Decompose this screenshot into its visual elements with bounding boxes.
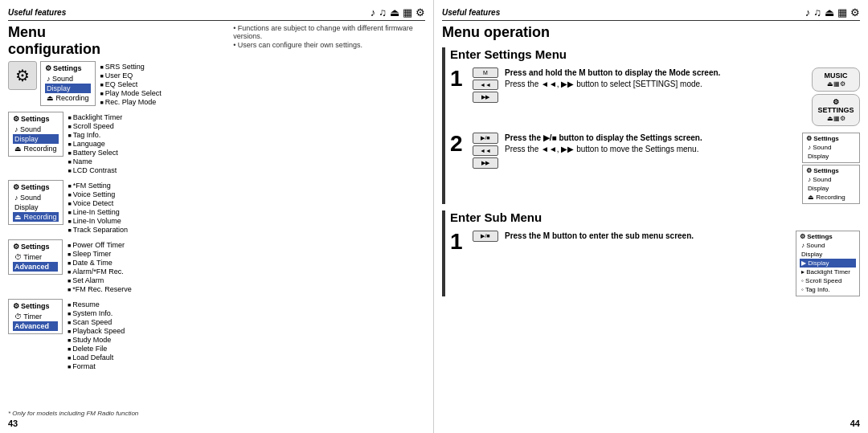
btn-prev[interactable]: ◄◄ (473, 80, 498, 90)
bullet-alarm: Alarm/*FM Rec. (68, 268, 132, 276)
btn-next-2[interactable]: ▶▶ (473, 157, 498, 169)
settings-header-1: ⚙ Settings (45, 64, 91, 72)
bullet-sleep: Sleep Timer (68, 250, 132, 258)
step-2-text: Press the ▶/■ button to display the Sett… (505, 133, 797, 155)
enter-sub-border: Enter Sub Menu 1 ▶/■ Press the M button … (442, 210, 860, 296)
menu-item-display-1: Display (45, 84, 91, 93)
mini-hdr-b: ⚙ Settings (806, 167, 856, 174)
menu-item-timer-4: ⏱ Timer (13, 252, 58, 262)
mini-recording-b: ⏏ Recording (806, 193, 856, 202)
settings-group-5: ⚙ Settings ⏱ Timer Advanced Resume Syste… (8, 299, 425, 371)
left-useful-bar: Useful features ♪ ♫ ⏏ ▦ ⚙ (8, 6, 425, 21)
sub-step-1-text: Press the M button to enter the sub menu… (505, 231, 791, 242)
menu-item-advanced-5: Advanced (13, 321, 58, 331)
bullet-track: Track Separation (68, 226, 128, 234)
step-1-buttons: M ◄◄ ▶▶ (473, 67, 498, 103)
sub-step-1-bold: Press the M button to enter the sub menu… (505, 231, 694, 240)
r-music-icon-2: ♫ (813, 6, 821, 18)
bullet-usereq: User EQ (100, 71, 162, 80)
left-title-row: Menu configuration Functions are subject… (8, 24, 425, 58)
btn-next[interactable]: ▶▶ (473, 92, 498, 103)
settings-box-1: ⚙ Settings ♪ Sound Display ⏏ Recording (40, 61, 96, 106)
music-icon-2: ♫ (379, 6, 387, 18)
mini-sound-sub: ♪ Sound (800, 241, 856, 250)
btn-prev-2[interactable]: ◄◄ (473, 145, 498, 156)
step-1-bold: Press and hold the M button to display t… (505, 68, 720, 77)
bullet-study: Study Mode (68, 336, 125, 344)
bullet-load: Load Default (68, 353, 125, 362)
enter-sub-section: Enter Sub Menu 1 ▶/■ Press the M button … (442, 210, 860, 296)
menu-item-advanced-4: Advanced (13, 262, 58, 272)
bullet-list-3: *FM Setting Voice Setting Voice Detect L… (68, 180, 128, 235)
step-2-row: 2 ▶/■ ◄◄ ▶▶ Press the ▶/■ button to disp… (450, 133, 860, 204)
btn-play-pause[interactable]: ▶/■ (473, 133, 498, 144)
mini-hdr-a: ⚙ Settings (806, 135, 856, 142)
menu-item-sound-1: ♪ Sound (45, 74, 91, 84)
bullet-backlight: Backlight Timer (68, 113, 123, 121)
r-music-icon-1: ♪ (805, 6, 811, 18)
right-page: Useful features ♪ ♫ ⏏ ▦ ⚙ Menu operation… (434, 0, 868, 433)
bullet-eqsel: EQ Select (100, 80, 162, 88)
grid-icon: ▦ (403, 6, 412, 18)
step-1-normal: Press the ◄◄, ▶▶ button to select [SETTI… (505, 80, 702, 88)
bullet-poweroff: Power Off Timer (68, 241, 132, 249)
sub-step-1-num: 1 (450, 231, 466, 253)
sub-step-1-buttons: ▶/■ (473, 231, 498, 242)
bullet-list-1: SRS Setting User EQ EQ Select Play Mode … (100, 61, 162, 107)
bullet-list-2: Backlight Timer Scroll Speed Tag Info. L… (68, 112, 123, 175)
bullet-battery: Battery Select (68, 149, 123, 157)
settings-box-2: ⚙ Settings ♪ Sound Display ⏏ Recording (8, 112, 63, 157)
menu-item-sound-3: ♪ Sound (13, 193, 59, 202)
mini-display-sel: ▶ Display (800, 259, 856, 268)
bullet-linein: Line-In Setting (68, 208, 128, 216)
bullet-tag: Tag Info. (68, 131, 123, 139)
step-2-normal: Press the ◄◄, ▶▶ button to move the Sett… (505, 145, 698, 153)
bullet-srs: SRS Setting (100, 63, 162, 71)
left-groups-container: ⚙ ⚙ Settings ♪ Sound Display ⏏ Recording… (8, 61, 425, 371)
mini-settings-a: ⚙ Settings ♪ Sound Display (802, 133, 860, 163)
step-2-num: 2 (450, 133, 466, 155)
menu-item-display-3: Display (13, 202, 59, 212)
bullet-playmode: Play Mode Select (100, 89, 162, 97)
step-1-row: 1 M ◄◄ ▶▶ Press and hold the M button to… (450, 67, 860, 126)
page-num-right: 44 (850, 419, 860, 428)
intro-line-2: Users can configure their own settings. (233, 41, 425, 49)
settings-device-icon-1: ⚙ (8, 61, 37, 90)
bullet-name: Name (68, 157, 123, 165)
settings-box-4: ⚙ Settings ⏱ Timer Advanced (8, 239, 63, 275)
music-label: MUSIC (817, 71, 854, 80)
bullet-datetime: Date & Time (68, 259, 132, 267)
btn-m[interactable]: M (473, 67, 498, 78)
bullet-setalarm: Set Alarm (68, 276, 132, 284)
step-2-bold: Press the ▶/■ button to display the Sett… (505, 133, 702, 142)
bullet-lineinvol: Line-In Volume (68, 217, 128, 225)
settings-header-3: ⚙ Settings (13, 183, 59, 191)
mini-display-sub: Display (800, 250, 856, 259)
mini-display-b: Display (806, 184, 856, 193)
step-2-buttons: ▶/■ ◄◄ ▶▶ (473, 133, 498, 169)
step-1-num: 1 (450, 67, 466, 90)
enter-sub-title: Enter Sub Menu (450, 210, 860, 224)
bullet-fmreserve: *FM Rec. Reserve (68, 285, 132, 293)
bullet-scroll: Scroll Speed (68, 122, 123, 130)
menu-config-intro: Functions are subject to change with dif… (233, 24, 425, 50)
footnote: * Only for models including FM Radio fun… (8, 410, 138, 417)
sub-step-1-row: 1 ▶/■ Press the M button to enter the su… (450, 231, 860, 296)
mini-tag-sub: ◦ Tag Info. (800, 285, 856, 294)
settings-icons: ⏏▦⚙ (817, 115, 854, 122)
bullet-delete: Delete File (68, 345, 125, 353)
menu-item-display-2: Display (13, 134, 59, 144)
left-section-title: Menu configuration (8, 24, 100, 57)
mini-backlight: ▸ Backlight Timer (800, 268, 856, 276)
music-icons: ⏏▦⚙ (817, 80, 854, 88)
enter-settings-border: Enter Settings Menu 1 M ◄◄ ▶▶ Press and … (442, 47, 860, 204)
bullet-fm: *FM Setting (68, 182, 128, 190)
enter-settings-title: Enter Settings Menu (450, 47, 860, 61)
bullet-format: Format (68, 362, 125, 370)
eject-icon: ⏏ (390, 6, 399, 18)
bullet-list-4: Power Off Timer Sleep Timer Date & Time … (68, 239, 132, 294)
btn-play-sub[interactable]: ▶/■ (473, 231, 498, 242)
mini-settings-sub: ⚙ Settings ♪ Sound Display ▶ Display ▸ B… (796, 231, 860, 296)
bullet-voicedet: Voice Detect (68, 199, 128, 207)
settings-label: ⚙ SETTINGS (817, 98, 854, 114)
